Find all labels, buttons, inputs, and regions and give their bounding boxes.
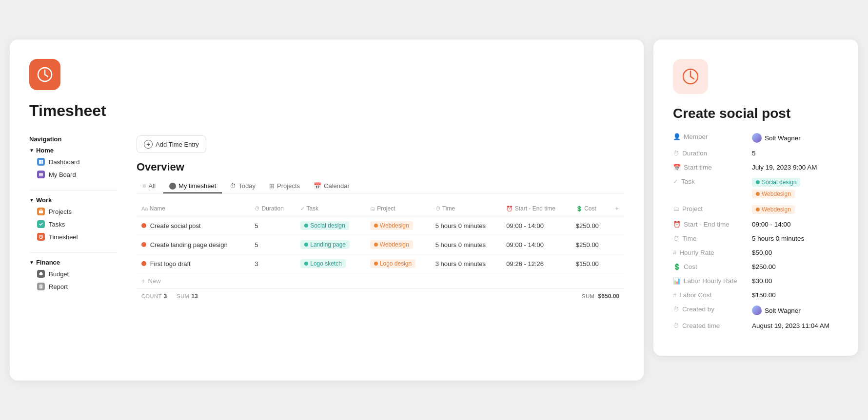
sidebar-item-myboard[interactable]: My Board	[29, 169, 117, 180]
col-time: ⏱ Time	[431, 201, 502, 216]
row-dot	[141, 223, 146, 228]
sidebar-item-dashboard-label: Dashboard	[49, 158, 80, 166]
sum-label: SUM	[177, 293, 189, 299]
svg-line-2	[45, 75, 48, 76]
sidebar-item-myboard-label: My Board	[49, 171, 76, 178]
add-time-entry-label: Add Time Entry	[156, 141, 199, 148]
col-task: ✓ Task	[296, 201, 365, 216]
project-icon: 🗂	[673, 205, 679, 212]
row-start-end: 09:00 - 14:00	[501, 216, 571, 235]
list-icon: ≡	[142, 182, 146, 190]
add-time-entry-button[interactable]: + Add Time Entry	[137, 135, 206, 153]
cost-icon: 💲	[673, 263, 681, 270]
board-icon	[37, 171, 45, 178]
table-row[interactable]: Create social post 5 Social design	[137, 216, 624, 235]
row-dot	[141, 242, 146, 247]
detail-row-labor-rate: 📊 Labor Hourly Rate $30.00	[673, 277, 839, 285]
detail-row-created-by: ⏱ Created by Solt Wagner	[673, 305, 839, 315]
col-cost: 💲 Cost	[571, 201, 610, 216]
row-cost: $250.00	[571, 235, 610, 254]
task-dot	[304, 224, 308, 228]
tabs-bar: ≡ All My timesheet ⏱ Today ⊞ Projects	[137, 179, 624, 193]
member-icon: 👤	[673, 133, 681, 140]
nav-label: Navigation	[29, 135, 117, 143]
row-task: Social design	[296, 216, 365, 235]
col-add[interactable]: +	[610, 201, 624, 216]
task-dot2-detail	[756, 192, 760, 196]
row-time: 5 hours 0 minutes	[431, 235, 502, 254]
col-duration: ⏱ Duration	[250, 201, 296, 216]
sum-value: 13	[191, 293, 197, 300]
starttime-icon: 📅	[673, 164, 681, 171]
detail-card: Create social post 👤 Member Solt Wagner …	[653, 39, 858, 356]
overview-title: Overview	[137, 161, 624, 173]
sidebar-item-projects[interactable]: Projects	[29, 206, 117, 217]
project-dot	[374, 224, 378, 228]
svg-line-22	[690, 76, 694, 79]
time-icon: ⏱	[673, 235, 679, 242]
count-label: COUNT	[141, 293, 162, 299]
sidebar-item-tasks[interactable]: Tasks	[29, 218, 117, 230]
svg-rect-9	[39, 175, 43, 176]
svg-rect-8	[39, 174, 43, 175]
tab-all[interactable]: ≡ All	[137, 179, 161, 193]
row-name: Create landing page design	[137, 235, 250, 254]
col-name: Aa Name	[137, 201, 250, 216]
hourlyrate-icon: #	[673, 249, 676, 256]
new-row-button[interactable]: + New	[137, 273, 624, 288]
sidebar-item-budget[interactable]: Budget	[29, 268, 117, 280]
project-dot-detail	[756, 208, 760, 211]
sidebar-item-projects-label: Projects	[49, 208, 72, 215]
arrow-icon-finance: ▼	[29, 260, 34, 265]
detail-row-cost: 💲 Cost $250.00	[673, 263, 839, 270]
divider-2	[29, 252, 117, 253]
row-start-end: 09:00 - 14:00	[501, 235, 571, 254]
row-action	[610, 216, 624, 235]
created-by-avatar	[752, 305, 762, 315]
timer-icon: ⏱	[230, 182, 236, 190]
nav-group-home-header[interactable]: ▼ Home	[29, 147, 117, 154]
report-icon	[37, 283, 45, 290]
count-value: 3	[164, 293, 167, 300]
row-project: Webdesign	[365, 216, 431, 235]
tab-my-timesheet[interactable]: My timesheet	[163, 179, 222, 193]
svg-rect-10	[39, 210, 43, 213]
svg-rect-6	[41, 162, 43, 164]
row-task: Logo sketch	[296, 254, 365, 273]
table-footer: COUNT 3 SUM 13 SUM $650.00	[137, 288, 624, 304]
createdtime-icon: ⏱	[673, 322, 679, 329]
grid-icon: ⊞	[269, 182, 275, 190]
nav-group-work-header[interactable]: ▼ Work	[29, 196, 117, 204]
data-table: Aa Name ⏱ Duration ✓ Task 🗂 Project	[137, 201, 624, 273]
nav-group-finance-header[interactable]: ▼ Finance	[29, 259, 117, 266]
new-row-plus: +	[141, 277, 145, 285]
sidebar-item-tasks-label: Tasks	[49, 221, 65, 228]
laborrate-icon: 📊	[673, 277, 681, 285]
table-row[interactable]: First logo draft 3 Logo sketch	[137, 254, 624, 273]
detail-logo	[673, 59, 708, 94]
data-table-wrap: Aa Name ⏱ Duration ✓ Task 🗂 Project	[137, 201, 624, 304]
row-cost: $250.00	[571, 216, 610, 235]
sidebar-item-report[interactable]: Report	[29, 281, 117, 292]
table-row[interactable]: Create landing page design 5 Landing pag…	[137, 235, 624, 254]
tab-today[interactable]: ⏱ Today	[224, 179, 261, 193]
row-name: Create social post	[137, 216, 250, 235]
row-start-end: 09:26 - 12:26	[501, 254, 571, 273]
detail-row-start-time: 📅 Start time July 19, 2023 9:00 AM	[673, 164, 839, 171]
total-sum: SUM $650.00	[582, 293, 619, 300]
detail-row-project: 🗂 Project Webdesign	[673, 205, 839, 214]
detail-row-created-time: ⏱ Created time August 19, 2023 11:04 AM	[673, 322, 839, 329]
sidebar-item-timesheet[interactable]: Timesheet	[29, 231, 117, 243]
row-time: 5 hours 0 minutes	[431, 216, 502, 235]
tasks-icon	[37, 220, 45, 228]
svg-rect-5	[39, 162, 41, 164]
tab-projects[interactable]: ⊞ Projects	[263, 179, 306, 193]
tab-calendar[interactable]: 📅 Calendar	[308, 179, 355, 193]
startend-icon: ⏰	[673, 221, 681, 228]
svg-rect-3	[39, 160, 41, 162]
plus-icon: +	[144, 140, 153, 149]
row-project: Webdesign	[365, 235, 431, 254]
svg-line-13	[41, 237, 42, 237]
sidebar-item-report-label: Report	[49, 283, 68, 290]
sidebar-item-dashboard[interactable]: Dashboard	[29, 156, 117, 168]
